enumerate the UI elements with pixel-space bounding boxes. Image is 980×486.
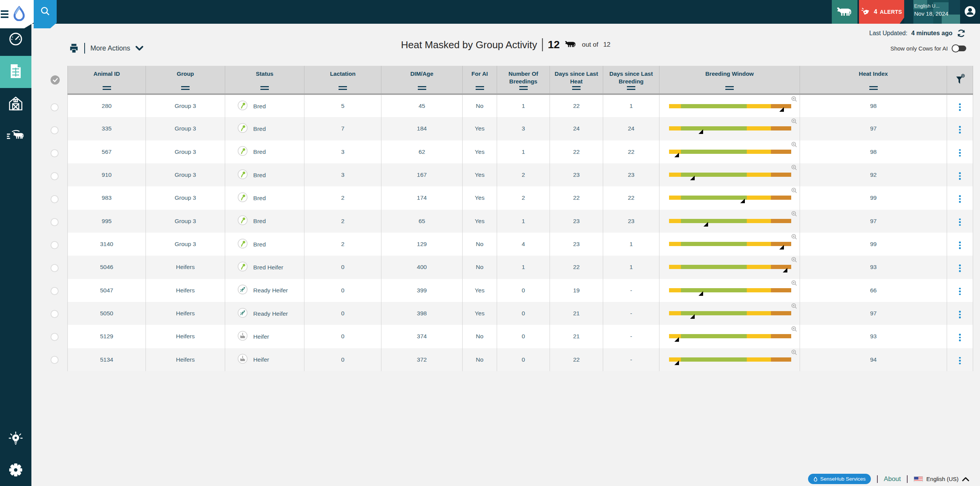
cell-for-ai: Yes: [463, 186, 497, 209]
row-menu-kebab-icon[interactable]: [955, 194, 965, 204]
hamburger-menu-icon[interactable]: [1, 10, 8, 18]
cell-days-since-last-breeding: 22: [603, 186, 659, 209]
row-menu-kebab-icon[interactable]: [955, 263, 965, 274]
row-select-radio[interactable]: [51, 149, 59, 157]
row-select-radio[interactable]: [51, 103, 59, 111]
cell-days-since-last-breeding: 1: [603, 233, 659, 256]
row-select-radio[interactable]: [51, 333, 59, 341]
brand-drop-logo-icon: [12, 6, 26, 23]
breeding-window-zoom-icon[interactable]: [791, 303, 797, 311]
row-menu-kebab-icon[interactable]: [955, 286, 965, 297]
breeding-window-segment: [669, 126, 681, 130]
breeding-window-zoom-icon[interactable]: [791, 211, 797, 219]
sidebar-item-tips[interactable]: [0, 425, 31, 455]
breeding-window-segment: [669, 104, 681, 108]
breeding-window-zoom-icon[interactable]: [791, 280, 797, 288]
animal-total: 12: [603, 41, 610, 49]
breeding-window-segment: [681, 288, 747, 292]
bred-status-icon: [237, 100, 248, 112]
about-link[interactable]: About: [884, 475, 901, 483]
row-menu-kebab-icon[interactable]: [955, 148, 965, 158]
row-select-radio[interactable]: [51, 195, 59, 203]
row-menu-kebab-icon[interactable]: [955, 309, 965, 320]
sidebar-item-dashboard[interactable]: [0, 24, 31, 56]
column-filter-icon[interactable]: [418, 85, 426, 90]
row-select-radio[interactable]: [51, 310, 59, 318]
language-selector[interactable]: English (US): [914, 476, 969, 482]
breeding-window-zoom-icon[interactable]: [791, 234, 797, 241]
print-button[interactable]: [69, 43, 79, 53]
row-menu-kebab-icon[interactable]: [955, 171, 965, 181]
breeding-window-zoom-icon[interactable]: [791, 326, 797, 334]
clear-filters-icon[interactable]: [947, 70, 973, 85]
column-filter-icon[interactable]: [181, 85, 190, 90]
cow-list-button[interactable]: [832, 0, 857, 24]
breeding-window-zoom-icon[interactable]: [791, 349, 797, 357]
breeding-window-segment: [747, 242, 771, 246]
column-filter-icon[interactable]: [260, 85, 269, 90]
table-row: 567 Group 3 Bred 3 62 Yes 1 22 22: [68, 140, 973, 163]
column-filter-icon[interactable]: [339, 85, 347, 90]
column-filter-icon[interactable]: [725, 85, 734, 90]
column-filter-icon[interactable]: [627, 85, 635, 90]
column-filter-icon[interactable]: [869, 85, 878, 90]
breeding-window-zoom-icon[interactable]: [791, 257, 797, 264]
cell-dim-age: 174: [381, 186, 463, 209]
row-select-radio[interactable]: [51, 356, 59, 364]
row-select-radio[interactable]: [51, 287, 59, 295]
select-all-button[interactable]: [51, 75, 60, 85]
breeding-window-marker: [674, 153, 679, 157]
cell-row-menu: [947, 302, 973, 325]
column-filter-icon[interactable]: [103, 85, 111, 90]
cell-row-menu: [947, 256, 973, 279]
account-button[interactable]: [960, 0, 980, 24]
breeding-window-bar: [669, 242, 791, 246]
cell-breeding-window: [659, 186, 800, 209]
sidebar-item-sort-cows[interactable]: [0, 120, 31, 152]
sidebar-item-settings[interactable]: [0, 455, 31, 486]
ready-heifer-status-icon: [237, 308, 248, 320]
breeding-window-segment: [771, 334, 791, 338]
row-select-radio[interactable]: [51, 264, 59, 272]
breeding-window-zoom-icon[interactable]: [791, 188, 797, 195]
breeding-window-segment: [771, 219, 791, 223]
drop-icon: [813, 476, 818, 482]
column-filter-icon[interactable]: [519, 85, 528, 90]
breeding-window-zoom-icon[interactable]: [791, 165, 797, 172]
col-header-dim-age: DIM/Age: [381, 66, 463, 94]
row-menu-kebab-icon[interactable]: [955, 332, 965, 343]
row-select-radio[interactable]: [51, 172, 59, 180]
show-only-cows-toggle[interactable]: [952, 46, 966, 51]
search-button[interactable]: [34, 0, 57, 28]
alerts-button[interactable]: 4 ALERTS: [859, 0, 904, 24]
cell-number-of-breedings: 3: [497, 117, 550, 140]
out-of-label: out of: [582, 41, 599, 49]
row-menu-kebab-icon[interactable]: [955, 217, 965, 228]
cell-breeding-window: [659, 140, 800, 163]
row-menu-kebab-icon[interactable]: [955, 356, 965, 366]
column-filter-icon[interactable]: [572, 85, 581, 90]
more-actions-label: More Actions: [90, 44, 130, 52]
row-select-radio[interactable]: [51, 241, 59, 249]
refresh-button[interactable]: [956, 28, 966, 38]
breeding-window-marker: [699, 291, 703, 296]
breeding-window-segment: [747, 104, 771, 108]
breeding-window-zoom-icon[interactable]: [791, 118, 797, 126]
row-select-radio[interactable]: [51, 218, 59, 226]
row-menu-kebab-icon[interactable]: [955, 102, 965, 113]
sidebar-item-reports[interactable]: [0, 56, 31, 88]
breeding-window-zoom-icon[interactable]: [791, 96, 797, 104]
breeding-window-zoom-icon[interactable]: [791, 142, 797, 149]
row-select-radio[interactable]: [51, 126, 59, 134]
row-menu-kebab-icon[interactable]: [955, 124, 965, 135]
sidebar-item-farm[interactable]: [0, 88, 31, 120]
more-actions-button[interactable]: More Actions: [90, 44, 143, 52]
cell-days-since-last-breeding: 22: [603, 140, 659, 163]
column-filter-icon[interactable]: [476, 85, 484, 90]
breeding-window-segment: [747, 265, 771, 269]
cell-breeding-window: [659, 256, 800, 279]
cell-group: Group 3: [146, 186, 225, 209]
sensehub-services-button[interactable]: SenseHub Services: [808, 474, 871, 484]
row-menu-kebab-icon[interactable]: [955, 240, 965, 251]
breeding-window-segment: [669, 196, 681, 200]
